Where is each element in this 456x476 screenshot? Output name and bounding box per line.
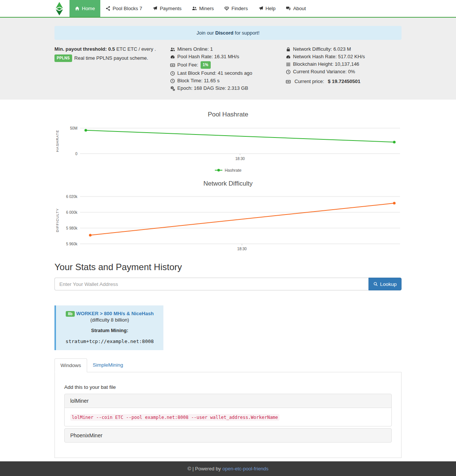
navbar: Home Pool Blocks 7 Payments Miners Finde… xyxy=(0,0,456,18)
stat-round-variance: Current Round Variance: 0% xyxy=(286,69,402,75)
money-icon xyxy=(170,63,175,68)
brand-logo[interactable] xyxy=(54,0,69,17)
footer: © | Powered by open-etc-pool-friends xyxy=(0,461,456,476)
nav-label: Finders xyxy=(231,6,248,11)
bat-file-instruction: Add this to your bat file xyxy=(64,384,392,390)
stat-pool-hash-rate: Pool Hash Rate: 16.31 MH/s xyxy=(170,54,286,60)
wallet-lookup-group: Lookup xyxy=(54,278,402,290)
network-stats-column: Network Difficulty: 6.023 M Network Hash… xyxy=(286,46,402,93)
pool-stats-column: Miners Online: 1 Pool Hash Rate: 16.31 M… xyxy=(170,46,286,93)
nav-label: Home xyxy=(82,6,95,11)
nav-item-miners[interactable]: Miners xyxy=(187,0,219,17)
svg-text:18:30: 18:30 xyxy=(237,247,247,251)
discord-link[interactable]: Discord xyxy=(215,30,233,36)
comments-icon xyxy=(286,6,291,11)
current-price-value: $ 19.72450501 xyxy=(328,79,361,85)
network-difficulty-chart: 6 020k6 000k5 980k5 960k18:30DIFFICULTY xyxy=(54,190,402,253)
nav-label: Pool Blocks 7 xyxy=(113,6,142,11)
lock-icon xyxy=(286,47,291,52)
worker-subtitle: (difficulty 8 billion) xyxy=(59,317,160,323)
worker-info-box: 8b WORKER > 800 MH/s & NiceHash (difficu… xyxy=(54,305,163,350)
footer-link[interactable]: open-etc-pool-friends xyxy=(222,466,269,471)
discord-banner: Join our Discord for support! xyxy=(54,26,402,40)
stats-heading: Your Stats and Payment History xyxy=(54,262,402,272)
footer-text: © | Powered by xyxy=(187,466,221,471)
lolminer-command: lolMiner --coin ETC --pool example.net:8… xyxy=(70,414,279,421)
legend-label: Hashrate xyxy=(225,168,242,172)
tab-simplemining[interactable]: SimpleMining xyxy=(87,358,129,372)
tachometer-icon xyxy=(170,54,175,59)
home-icon xyxy=(75,6,80,11)
svg-text:0: 0 xyxy=(75,152,77,156)
nav-item-home[interactable]: Home xyxy=(69,0,100,17)
svg-text:50M: 50M xyxy=(70,126,77,130)
share-nodes-icon xyxy=(106,6,110,11)
users-icon xyxy=(192,6,197,11)
payout-column: Min. payout threshold: 0.5 ETC ETC / eve… xyxy=(54,46,170,93)
svg-text:DIFFICULTY: DIFFICULTY xyxy=(55,208,59,232)
pool-hashrate-chart: 50M018:30HASHRATE xyxy=(54,121,402,163)
svg-text:5 960k: 5 960k xyxy=(66,242,78,246)
users-icon xyxy=(170,47,175,52)
nav-item-finders[interactable]: Finders xyxy=(219,0,253,17)
stat-block-time: Block Time: 11.65 s xyxy=(170,78,286,84)
svg-text:6 020k: 6 020k xyxy=(66,195,78,199)
stat-current-price: Current price: $ 19.72450501 xyxy=(286,79,402,85)
paper-plane-icon xyxy=(153,6,157,11)
wallet-address-input[interactable] xyxy=(54,278,368,290)
banner-text-post: for support! xyxy=(233,30,259,36)
overview-band: Join our Discord for support! Min. payou… xyxy=(0,18,456,100)
accordion-phoenixminer[interactable]: PhoenixMiner xyxy=(64,428,392,443)
svg-text:HASHRATE: HASHRATE xyxy=(55,130,59,152)
nav-item-about[interactable]: About xyxy=(281,0,311,17)
tab-windows[interactable]: Windows xyxy=(54,358,87,372)
nav-label: Payments xyxy=(160,6,181,11)
stat-miners-online: Miners Online: 1 xyxy=(170,46,286,52)
clock-icon xyxy=(170,79,175,83)
stat-network-hash-rate: Network Hash Rate: 517.02 KH/s xyxy=(286,54,402,60)
stat-last-block-found: Last Block Found: 41 seconds ago xyxy=(170,70,286,76)
stat-blockchain-height: Blockchain Height: 10,137,146 xyxy=(286,61,402,67)
tachometer-icon xyxy=(286,54,291,59)
accordion-lolminer[interactable]: lolMiner xyxy=(64,394,392,408)
pplns-badge: PPLNS xyxy=(54,54,72,62)
worker-title: WORKER > 800 MH/s & NiceHash xyxy=(76,311,154,316)
stratum-label: Stratum Mining: xyxy=(59,328,160,333)
pool-hashrate-chart-title: Pool Hashrate xyxy=(54,111,402,118)
paper-plane-icon xyxy=(258,6,263,11)
clock-icon xyxy=(170,71,175,76)
network-difficulty-chart-title: Network Difficulty xyxy=(54,180,402,187)
gem-icon xyxy=(224,6,229,11)
nav-label: Help xyxy=(266,6,276,11)
money-icon xyxy=(286,79,291,84)
svg-text:5 980k: 5 980k xyxy=(66,226,78,230)
stratum-url: stratum+tcp://example.net:8008 xyxy=(59,338,160,344)
nav-label: Miners xyxy=(199,6,214,11)
nav-label: About xyxy=(293,6,306,11)
banner-text-pre: Join our xyxy=(196,30,215,36)
etc-logo-icon xyxy=(54,2,64,15)
nav-item-payments[interactable]: Payments xyxy=(147,0,187,17)
legend-marker-icon xyxy=(214,168,223,172)
cogs-icon xyxy=(170,86,175,91)
nav-item-pool-blocks[interactable]: Pool Blocks 7 xyxy=(100,0,148,17)
difficulty-badge: 8b xyxy=(66,311,75,317)
hashrate-legend: Hashrate xyxy=(54,168,402,172)
svg-text:18:30: 18:30 xyxy=(235,157,245,161)
stat-epoch-dag: Epoch: 168 DAG Size: 2.313 GB xyxy=(170,85,286,91)
search-icon xyxy=(373,282,378,286)
lookup-button[interactable]: Lookup xyxy=(368,278,402,290)
lolminer-config-body: lolMiner --coin ETC --pool example.net:8… xyxy=(64,408,392,426)
windows-tab-panel: Add this to your bat file lolMiner lolMi… xyxy=(54,372,402,458)
bars-icon xyxy=(286,62,291,67)
payout-threshold: Min. payout threshold: 0.5 ETC ETC / eve… xyxy=(54,46,170,52)
pplns-scheme: PPLNS Real time PPLNS payout scheme. xyxy=(54,54,170,62)
svg-text:6 000k: 6 000k xyxy=(66,210,78,215)
stat-network-difficulty: Network Difficulty: 6.023 M xyxy=(286,46,402,52)
clock-icon xyxy=(286,70,291,74)
pool-fee-badge: 1% xyxy=(201,61,211,69)
nav-item-help[interactable]: Help xyxy=(253,0,281,17)
miner-os-tabs: Windows SimpleMining xyxy=(54,358,402,372)
stat-pool-fee: Pool Fee: 1% xyxy=(170,61,286,69)
